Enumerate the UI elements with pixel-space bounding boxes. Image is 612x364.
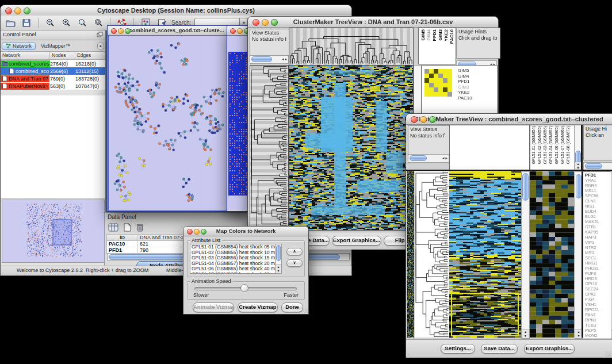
gene-item[interactable]: MON2	[585, 333, 599, 338]
network-table-row[interactable]: combined_sco 2569(6) 13112(15)	[1, 67, 105, 75]
column-label[interactable]: GPL51-04 (GSM857)	[549, 126, 554, 164]
gene-item[interactable]: HMG1	[585, 260, 599, 266]
vscroll-arrows-icon[interactable]: ▴▾	[522, 329, 529, 338]
gene-item[interactable]: FIG4	[585, 297, 599, 302]
new-document-icon[interactable]	[121, 221, 133, 233]
gene-item[interactable]: NTR2	[585, 245, 599, 250]
column-label[interactable]: YKE2	[443, 29, 449, 41]
save-data-button[interactable]: Save Data...	[481, 344, 518, 354]
zoom-fit-icon[interactable]	[76, 17, 89, 29]
attribute-list-scrollbar[interactable]: ▴▾	[275, 244, 282, 274]
column-label[interactable]: GPL51-07 (GSM868)	[560, 126, 565, 164]
create-vizmap-button[interactable]: Create Vizmap	[238, 302, 278, 312]
gene-item[interactable]: HRD3	[585, 276, 599, 281]
vscroll-thumb[interactable]	[576, 174, 582, 198]
table-icon[interactable]	[107, 221, 120, 233]
gene-item[interactable]: GTB1	[585, 224, 599, 229]
maximize-icon[interactable]	[429, 116, 436, 123]
close-icon[interactable]	[411, 116, 418, 123]
network-table-row[interactable]: combined_scores 2764(0) 16218(0)	[1, 60, 105, 67]
gene-item[interactable]: SEC1	[585, 255, 599, 260]
treeview1-titlebar[interactable]: ClusterMaker TreeView : DNA and Tran 07-…	[248, 17, 498, 28]
move-down-button[interactable]: ∨	[286, 259, 303, 267]
tab-vizmapper[interactable]: VizMapper™	[37, 42, 75, 50]
tab-scroll-right-icon[interactable]: ▸	[97, 43, 104, 49]
resize-grip[interactable]	[302, 308, 308, 313]
gene-item[interactable]: RPN1	[585, 317, 599, 323]
birdseye-canvas[interactable]	[2, 200, 103, 261]
close-icon[interactable]	[253, 19, 259, 26]
heatmap-canvas[interactable]	[449, 171, 521, 338]
minimize-icon[interactable]	[420, 116, 427, 123]
column-header-id[interactable]: ID	[107, 235, 138, 240]
maximize-icon[interactable]	[24, 7, 30, 14]
gene-item[interactable]: PAC10	[458, 95, 472, 101]
maximize-icon[interactable]	[125, 28, 131, 34]
gene-item[interactable]: PFD1	[585, 173, 599, 178]
gene-item[interactable]: GPI16	[585, 281, 599, 286]
status-hscrollbar[interactable]: ◂ ▸	[408, 154, 449, 163]
column-label[interactable]: GPL51-01 (GSM854)	[531, 126, 537, 164]
gene-item[interactable]: PFD1	[458, 79, 472, 85]
export-graphics-button[interactable]: Export Graphics...	[524, 344, 575, 354]
gene-item[interactable]: PHO81	[585, 266, 599, 271]
minimize-icon[interactable]	[118, 28, 124, 34]
similarity-mini-heatmap-canvas[interactable]	[424, 69, 452, 97]
gene-item[interactable]: YSH1	[585, 302, 599, 307]
vscroll-thumb[interactable]	[276, 245, 281, 261]
done-button[interactable]: Done	[281, 302, 303, 312]
export-graphics-button[interactable]: Export Graphics...	[332, 236, 381, 246]
column-label[interactable]: PFD1	[432, 29, 437, 41]
maximize-icon[interactable]	[271, 19, 278, 26]
gene-item[interactable]: RNR4	[585, 183, 599, 188]
status-hscrollbar[interactable]: ◂ ▸	[250, 55, 289, 64]
gene-item[interactable]: NIS1	[585, 204, 599, 209]
gene-item[interactable]: HAP3	[585, 235, 599, 240]
column-header-edges[interactable]: Edges	[75, 52, 105, 59]
row-dendrogram-canvas[interactable]	[415, 171, 449, 338]
tab-network[interactable]: Network	[2, 42, 36, 50]
gene-item[interactable]: KAP95	[585, 229, 599, 235]
gene-item[interactable]: SPC98	[585, 193, 599, 198]
gene-item[interactable]: PUF3	[585, 271, 599, 276]
gene-item[interactable]: CLN1	[585, 198, 599, 204]
animate-vizmap-button[interactable]: Animate Vizmap	[193, 302, 234, 312]
resize-grip[interactable]	[605, 351, 611, 357]
column-header-network[interactable]: Network	[1, 52, 50, 59]
gene-item[interactable]: GIM5	[458, 68, 472, 74]
close-icon[interactable]	[5, 7, 12, 14]
hscroll-thumb[interactable]	[410, 155, 427, 161]
network-table-row[interactable]: RNAPuberNov2+ 563(0) 107847(0)	[1, 82, 105, 90]
gene-item[interactable]: SEC24	[585, 286, 599, 292]
row-dendrogram-canvas[interactable]	[250, 65, 289, 231]
hscroll-thumb[interactable]	[251, 56, 272, 62]
gene-item[interactable]: CPA2	[585, 292, 599, 297]
minimize-icon[interactable]	[194, 229, 200, 235]
column-label[interactable]: GPL51-08 (GSM872)	[566, 126, 571, 164]
zoom-heatmap-canvas[interactable]	[530, 171, 574, 338]
column-label[interactable]: GPL51-02 (GSM855)	[537, 126, 542, 164]
gene-item[interactable]: VIP1	[585, 240, 599, 245]
gene-item[interactable]: MSL1	[585, 188, 599, 193]
close-icon[interactable]	[111, 28, 117, 34]
maximize-icon[interactable]	[201, 229, 206, 235]
treeview2-titlebar[interactable]: ClusterMaker TreeView : combined_scores_…	[406, 114, 612, 125]
minimize-icon[interactable]	[262, 19, 269, 26]
column-header-nodes[interactable]: Nodes	[50, 52, 75, 59]
gene-item[interactable]: PAN1	[585, 312, 599, 317]
global-overview-canvas[interactable]	[407, 171, 414, 338]
move-up-button[interactable]: ∧	[286, 248, 303, 255]
network-view-titlebar[interactable]: combined_scores_good.txt--cluste...	[108, 26, 246, 36]
hscroll-arrows-icon[interactable]: ◂ ▸	[282, 57, 287, 62]
gene-item[interactable]: BUD4	[585, 209, 599, 214]
column-label[interactable]: PAC10	[449, 29, 454, 44]
settings-button[interactable]: Settings...	[441, 344, 475, 354]
gene-item[interactable]: GIM4	[458, 74, 472, 79]
column-label[interactable]: GPL51-03 (GSM856)	[543, 126, 548, 164]
gene-item[interactable]: PEP5	[585, 328, 599, 333]
gene-item[interactable]: YKE2	[458, 90, 472, 95]
column-label[interactable]: GIM5	[420, 29, 426, 41]
column-label[interactable]: GPL51-06 (GSM865)	[554, 126, 560, 164]
speed-slider-thumb[interactable]	[240, 284, 248, 292]
gene-item[interactable]: GIM3	[458, 85, 472, 90]
